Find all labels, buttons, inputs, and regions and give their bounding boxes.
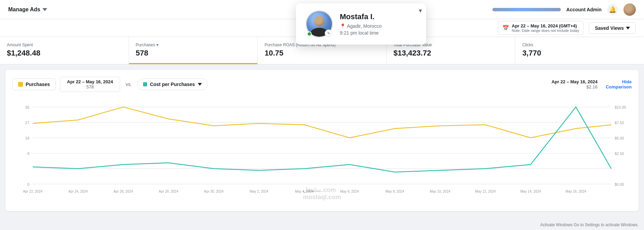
metric-value-roas: 10.75	[265, 49, 379, 58]
activate-windows-notice: Activate Windows Go to Settings to activ…	[535, 220, 644, 230]
metric-label-purchases: Purchases ▾	[136, 43, 251, 47]
metric-clicks[interactable]: Clicks 3,770	[515, 37, 644, 64]
nav-left: Manage Ads	[8, 7, 47, 13]
calendar-icon: 📅	[502, 25, 509, 31]
avatar-head	[314, 16, 324, 26]
account-admin-label: Account Admin	[566, 7, 602, 12]
online-status-dot	[307, 32, 312, 36]
secondary-date-block: Apr 22 – May 16, 2024 $2.16	[552, 79, 597, 89]
svg-text:$0.00: $0.00	[615, 182, 624, 186]
svg-text:May 6, 2024: May 6, 2024	[340, 190, 359, 193]
metric-value-purchases: 578	[136, 49, 251, 58]
right-legend: Apr 22 – May 16, 2024 $2.16 HideComparis…	[552, 79, 632, 89]
chart-header: Purchases Apr 22 – May 16, 2024 578 vs. …	[12, 77, 632, 92]
date-range-picker[interactable]: 📅 Apr 22 – May 16, 2024 (GMT+4) Note: Da…	[498, 21, 584, 35]
svg-text:Apr 22, 2024: Apr 22, 2024	[23, 190, 42, 193]
metric-label-amount-spent: Amount Spent	[7, 43, 122, 47]
notification-bell-icon[interactable]: 🔔	[607, 4, 618, 15]
user-avatar[interactable]	[623, 3, 636, 16]
profile-info: Mostafa I. 📍 Agadir, Morocco 9:21 pm loc…	[340, 12, 416, 36]
svg-text:May 8, 2024: May 8, 2024	[385, 190, 404, 193]
saved-views-button[interactable]: Saved Views	[589, 22, 636, 34]
date-range-main: Apr 22 – May 16, 2024 (GMT+4)	[512, 23, 579, 28]
svg-text:27: 27	[25, 121, 29, 125]
metric-purchases[interactable]: Purchases ▾ 578	[129, 37, 258, 64]
cost-per-purchases-button[interactable]: Cost per Purchases	[137, 78, 208, 90]
profile-local-time: 9:21 pm local time	[340, 30, 416, 36]
date-range-text: Apr 22 – May 16, 2024 (GMT+4) Note: Date…	[512, 23, 579, 33]
main-chart-svg: 36 27 18 9 0 $10.00 $7.50 $5.00 $2.50 $0…	[12, 100, 632, 203]
profile-popup: ✎ Mostafa I. 📍 Agadir, Morocco 9:21 pm l…	[296, 3, 426, 45]
chart-area: Purchases Apr 22 – May 16, 2024 578 vs. …	[5, 70, 639, 211]
svg-text:May 16, 2024: May 16, 2024	[566, 190, 587, 193]
svg-text:0: 0	[27, 182, 29, 186]
svg-text:May 14, 2024: May 14, 2024	[520, 190, 541, 193]
hide-comparison-button[interactable]: HideComparison	[606, 79, 632, 89]
svg-text:Apr 30, 2024: Apr 30, 2024	[204, 190, 223, 193]
nav-right: Account Admin 🔔	[492, 3, 636, 16]
dropdown-chevron-icon	[42, 7, 47, 12]
profile-location: 📍 Agadir, Morocco	[340, 23, 416, 29]
popup-close-button[interactable]: ▾	[419, 7, 422, 14]
svg-text:36: 36	[25, 105, 29, 109]
chart-svg-container: 36 27 18 9 0 $10.00 $7.50 $5.00 $2.50 $0…	[12, 100, 632, 204]
svg-text:May 2, 2024: May 2, 2024	[250, 190, 269, 193]
svg-text:$5.00: $5.00	[615, 136, 624, 140]
secondary-legend-dot	[143, 82, 147, 86]
metric-value-amount-spent: $1,248.48	[7, 49, 122, 58]
svg-text:May 4, 2024: May 4, 2024	[295, 190, 314, 193]
nav-scribble-decoration	[492, 8, 561, 11]
profile-name: Mostafa I.	[340, 12, 416, 21]
metric-value-clicks: 3,770	[522, 49, 637, 58]
svg-text:9: 9	[27, 152, 29, 156]
primary-legend-dot	[18, 82, 23, 87]
svg-text:Apr 24, 2024: Apr 24, 2024	[68, 190, 88, 193]
svg-text:May 12, 2024: May 12, 2024	[475, 190, 496, 193]
svg-text:$10.00: $10.00	[615, 105, 626, 109]
vs-label: vs.	[124, 82, 133, 87]
svg-text:$2.50: $2.50	[615, 152, 624, 156]
svg-text:May 10, 2024: May 10, 2024	[430, 190, 451, 193]
primary-legend-label: Purchases	[26, 82, 50, 87]
date-range-note: Note: Date range does not include today	[512, 28, 579, 33]
metric-label-clicks: Clicks	[522, 43, 637, 47]
primary-date-chip: Apr 22 – May 16, 2024 578	[60, 77, 120, 92]
svg-text:Apr 26, 2024: Apr 26, 2024	[114, 190, 133, 193]
metric-value-total-purchase-value: $13,423.72	[394, 49, 508, 58]
svg-text:$7.50: $7.50	[615, 121, 624, 125]
cost-per-dropdown-icon	[198, 83, 202, 86]
svg-text:18: 18	[25, 136, 29, 140]
svg-text:Apr 28, 2024: Apr 28, 2024	[159, 190, 178, 193]
profile-avatar-wrapper: ✎	[306, 10, 333, 38]
purchases-dropdown-icon: ▾	[156, 43, 158, 47]
manage-ads-title[interactable]: Manage Ads	[8, 7, 47, 13]
primary-legend: Purchases	[12, 78, 56, 90]
metric-amount-spent[interactable]: Amount Spent $1,248.48	[0, 37, 129, 64]
saved-views-chevron-icon	[626, 27, 630, 29]
location-icon: 📍	[340, 23, 346, 29]
edit-avatar-button[interactable]: ✎	[325, 29, 332, 37]
